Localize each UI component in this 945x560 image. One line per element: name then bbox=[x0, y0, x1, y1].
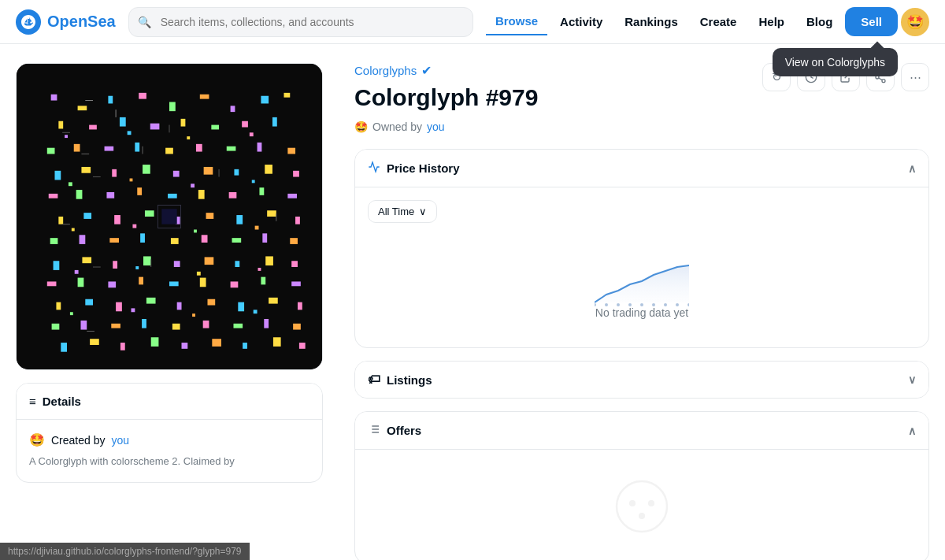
price-history-icon bbox=[368, 161, 380, 176]
svg-point-165 bbox=[617, 481, 667, 532]
offers-header[interactable]: Offers ∧ bbox=[355, 412, 928, 449]
logo-link[interactable]: OpenSea bbox=[16, 9, 116, 35]
svg-rect-45 bbox=[76, 190, 83, 199]
search-input[interactable] bbox=[128, 7, 473, 37]
nav-rankings[interactable]: Rankings bbox=[615, 9, 687, 35]
svg-rect-74 bbox=[82, 257, 91, 263]
svg-rect-102 bbox=[52, 324, 60, 330]
colorglyph-artwork bbox=[17, 64, 322, 369]
collection-name-row: Colorglyphs ✔ bbox=[354, 63, 538, 78]
logo-text: OpenSea bbox=[47, 13, 116, 31]
svg-rect-70 bbox=[232, 238, 242, 243]
svg-rect-65 bbox=[80, 235, 86, 244]
svg-rect-126 bbox=[130, 179, 133, 182]
svg-rect-17 bbox=[211, 125, 219, 130]
svg-line-148 bbox=[879, 78, 883, 80]
svg-rect-3 bbox=[108, 96, 113, 104]
svg-rect-80 bbox=[265, 256, 273, 265]
svg-rect-49 bbox=[198, 190, 205, 199]
svg-rect-81 bbox=[291, 261, 298, 267]
navbar: OpenSea 🔍 Browse Activity Rankings Creat… bbox=[0, 0, 945, 44]
svg-rect-84 bbox=[47, 281, 57, 286]
svg-rect-119 bbox=[273, 337, 281, 347]
svg-rect-107 bbox=[203, 321, 209, 328]
verified-badge-icon: ✔ bbox=[421, 63, 432, 78]
svg-rect-94 bbox=[85, 299, 93, 306]
listings-header-left: 🏷 Listings bbox=[368, 373, 432, 387]
more-button[interactable]: ⋯ bbox=[901, 63, 929, 91]
svg-rect-1 bbox=[51, 95, 57, 101]
svg-rect-86 bbox=[108, 281, 116, 287]
svg-rect-78 bbox=[205, 257, 214, 265]
creator-link[interactable]: you bbox=[111, 434, 129, 447]
time-filter-dropdown[interactable]: All Time ∨ bbox=[368, 200, 437, 223]
svg-rect-34 bbox=[81, 167, 91, 173]
svg-rect-35 bbox=[112, 169, 117, 177]
offers-body bbox=[355, 449, 928, 560]
svg-rect-9 bbox=[284, 93, 291, 98]
price-history-header[interactable]: Price History ∧ bbox=[355, 150, 928, 187]
svg-rect-104 bbox=[111, 324, 120, 328]
details-title: Details bbox=[43, 395, 81, 408]
svg-rect-103 bbox=[80, 321, 87, 330]
creator-label: Created by bbox=[51, 434, 105, 447]
nav-activity[interactable]: Activity bbox=[550, 9, 612, 35]
collection-link[interactable]: Colorglyphs bbox=[354, 64, 417, 77]
time-filter-chevron: ∨ bbox=[419, 206, 427, 217]
svg-rect-46 bbox=[106, 192, 114, 198]
svg-rect-2 bbox=[78, 106, 87, 110]
svg-rect-137 bbox=[70, 312, 73, 315]
price-history-chevron: ∧ bbox=[908, 162, 916, 175]
svg-point-166 bbox=[629, 500, 636, 506]
svg-rect-51 bbox=[259, 187, 264, 195]
svg-rect-64 bbox=[50, 238, 58, 244]
status-bar: https://djiviau.github.io/colorglyphs-fr… bbox=[0, 543, 250, 560]
logo-icon bbox=[16, 9, 41, 35]
nav-browse[interactable]: Browse bbox=[486, 8, 547, 35]
svg-rect-131 bbox=[194, 229, 197, 232]
svg-rect-96 bbox=[146, 298, 156, 304]
svg-rect-127 bbox=[191, 184, 195, 187]
offers-empty-state bbox=[368, 462, 916, 551]
status-url: https://djiviau.github.io/colorglyphs-fr… bbox=[8, 546, 242, 557]
user-avatar[interactable]: 🤩 bbox=[901, 8, 929, 36]
svg-rect-90 bbox=[231, 281, 239, 287]
price-history-header-left: Price History bbox=[368, 161, 460, 176]
svg-rect-123 bbox=[187, 136, 190, 139]
listings-header[interactable]: 🏷 Listings ∨ bbox=[355, 362, 928, 398]
offers-section: Offers ∧ bbox=[354, 411, 929, 560]
svg-rect-79 bbox=[235, 261, 239, 267]
no-data-chart-icon bbox=[595, 251, 689, 306]
svg-rect-14 bbox=[120, 117, 126, 127]
svg-rect-53 bbox=[58, 217, 63, 224]
svg-rect-36 bbox=[143, 165, 150, 174]
creator-row: 🤩 Created by you bbox=[29, 432, 309, 447]
nav-create[interactable]: Create bbox=[691, 9, 747, 35]
svg-rect-54 bbox=[83, 213, 91, 219]
svg-rect-29 bbox=[258, 143, 262, 152]
svg-rect-115 bbox=[151, 337, 159, 347]
view-on-colorglyphs-tooltip[interactable]: View on Colorglyphs bbox=[773, 48, 898, 76]
svg-rect-69 bbox=[202, 235, 208, 243]
svg-rect-91 bbox=[261, 277, 265, 285]
nft-title: Colorglyph #979 bbox=[354, 84, 538, 111]
svg-rect-66 bbox=[109, 238, 119, 243]
svg-rect-118 bbox=[243, 343, 247, 349]
nav-help[interactable]: Help bbox=[749, 9, 794, 35]
svg-rect-140 bbox=[254, 310, 258, 313]
svg-rect-60 bbox=[267, 210, 276, 217]
owner-row: 🤩 Owned by you bbox=[354, 121, 538, 133]
svg-rect-135 bbox=[197, 272, 201, 276]
svg-rect-116 bbox=[182, 343, 188, 349]
svg-rect-99 bbox=[238, 302, 244, 312]
nav-blog[interactable]: Blog bbox=[797, 9, 842, 35]
svg-rect-133 bbox=[75, 270, 79, 274]
owner-link[interactable]: you bbox=[427, 121, 445, 133]
svg-rect-106 bbox=[172, 324, 180, 330]
svg-rect-56 bbox=[145, 210, 154, 217]
search-container: 🔍 bbox=[128, 7, 473, 37]
sell-button[interactable]: Sell bbox=[845, 7, 898, 36]
details-header[interactable]: ≡ Details bbox=[17, 384, 322, 420]
svg-rect-89 bbox=[200, 278, 206, 287]
svg-rect-6 bbox=[200, 95, 209, 99]
